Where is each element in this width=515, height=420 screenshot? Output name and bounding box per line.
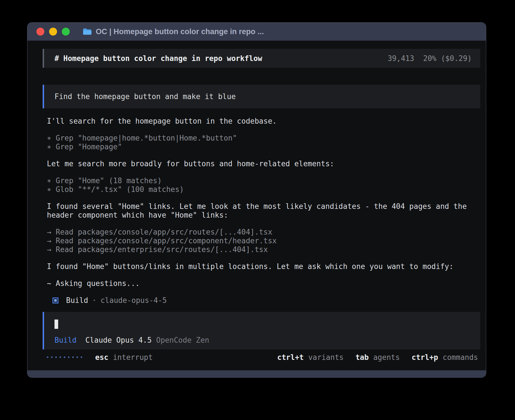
agent-model: claude-opus-4-5 (101, 296, 167, 305)
spinner-dots-icon (47, 356, 82, 358)
assistant-text-line: I'll search for the homepage button in t… (47, 117, 482, 126)
status-bar: esc interrupt ctrl+t variants tab agents… (47, 353, 478, 362)
hint-commands: ctrl+p commands (412, 353, 478, 362)
mode-label: Build (54, 336, 77, 344)
token-count: 39,413 (388, 54, 414, 63)
user-message-text: Find the homepage button and make it blu… (54, 92, 236, 101)
assistant-text-line: I found "Home" buttons/links in multiple… (47, 262, 482, 271)
context-cost: 20% ($0.29) (423, 54, 472, 63)
traffic-lights (36, 28, 70, 36)
session-meta: 39,413 20% ($0.29) (388, 54, 472, 63)
hint-key: tab (355, 353, 369, 362)
title-group: OC | Homepage button color change in rep… (83, 27, 264, 36)
input-status-row: Build Claude Opus 4.5 OpenCode Zen (54, 336, 470, 344)
agent-separator: · (92, 296, 97, 305)
session-header: # Homepage button color change in repo w… (43, 49, 480, 68)
agent-build-icon (53, 298, 58, 303)
tool-call-line: ∗ Grep "Homepage" (47, 143, 482, 151)
esc-key-hint: esc (95, 353, 108, 362)
tool-call-line: ∗ Grep "homepage|home.*button|Home.*butt… (47, 134, 482, 143)
close-button[interactable] (36, 28, 44, 36)
titlebar[interactable]: OC | Homepage button color change in rep… (27, 23, 486, 41)
text-cursor (54, 320, 58, 329)
minimize-button[interactable] (49, 28, 57, 36)
hint-label: commands (443, 353, 478, 362)
hint-label: variants (308, 353, 344, 362)
zoom-button[interactable] (62, 28, 70, 36)
tool-call-line: ∗ Grep "Home" (18 matches) (47, 176, 482, 185)
terminal-window: OC | Homepage button color change in rep… (27, 22, 486, 378)
transcript: I'll search for the homepage button in t… (47, 117, 482, 305)
assistant-text-line: Let me search more broadly for buttons a… (47, 159, 482, 168)
provider-label: OpenCode Zen (156, 336, 209, 344)
tool-call-line: ∗ Glob "**/*.tsx" (100 matches) (47, 185, 482, 194)
tool-call-line: → Read packages/console/app/src/componen… (47, 237, 482, 245)
tool-call-line: → Read packages/console/app/src/routes/[… (47, 228, 482, 237)
window-bottom-strip (27, 370, 486, 377)
hint-variants: ctrl+t variants (277, 353, 344, 362)
hint-key: ctrl+p (412, 353, 438, 362)
agent-name: Build (66, 296, 88, 305)
terminal-content: # Homepage button color change in repo w… (27, 41, 486, 370)
hint-agents: tab agents (355, 353, 400, 362)
folder-icon (83, 28, 91, 35)
model-label: Claude Opus 4.5 (85, 336, 152, 344)
hint-label: agents (373, 353, 400, 362)
hint-key: ctrl+t (277, 353, 304, 362)
agent-row: Build · claude-opus-4-5 (47, 296, 482, 305)
assistant-text-line: header component which have "Home" links… (47, 211, 482, 220)
message-input[interactable]: Build Claude Opus 4.5 OpenCode Zen (43, 312, 480, 349)
assistant-status-line: ~ Asking questions... (47, 279, 482, 288)
keyboard-hints: ctrl+t variants tab agents ctrl+p comman… (265, 353, 478, 362)
assistant-text-line: I found several "Home" links. Let me loo… (47, 202, 482, 211)
user-message: Find the homepage button and make it blu… (43, 85, 480, 108)
tool-call-line: → Read packages/enterprise/src/routes/[.… (47, 245, 482, 254)
window-title: OC | Homepage button color change in rep… (96, 27, 264, 36)
session-title: # Homepage button color change in repo w… (54, 54, 262, 63)
esc-key-label: interrupt (113, 353, 153, 362)
